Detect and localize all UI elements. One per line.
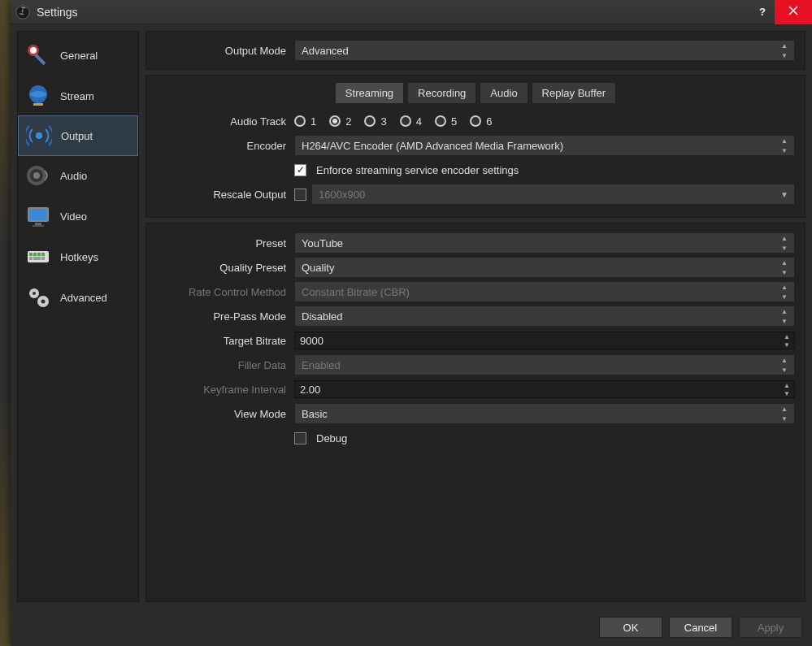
svg-rect-11 xyxy=(29,209,47,220)
audio-track-radio-6[interactable] xyxy=(470,115,481,127)
audio-track-group: 1 2 3 4 5 6 xyxy=(294,115,795,128)
svg-rect-21 xyxy=(41,257,45,260)
sidebar-item-advanced[interactable]: Advanced xyxy=(18,277,138,318)
globe-icon xyxy=(24,82,52,110)
output-mode-value: Advanced xyxy=(302,45,349,57)
svg-point-6 xyxy=(36,132,42,139)
encoder-label: Encoder xyxy=(156,140,294,152)
prepass-label: Pre-Pass Mode xyxy=(156,310,294,323)
sidebar-item-label: Output xyxy=(61,130,93,142)
tab-recording[interactable]: Recording xyxy=(407,82,476,103)
tab-streaming[interactable]: Streaming xyxy=(335,82,404,103)
sidebar-item-audio[interactable]: Audio xyxy=(18,155,138,196)
ok-button[interactable]: OK xyxy=(599,617,662,638)
audio-track-radio-4[interactable] xyxy=(400,115,411,127)
enforce-encoder-checkbox[interactable]: ✓ xyxy=(294,164,306,176)
chevron-up-icon: ▲ xyxy=(778,258,791,267)
audio-track-label: Audio Track xyxy=(156,115,294,128)
cancel-button[interactable]: Cancel xyxy=(669,617,732,638)
quality-preset-select[interactable]: Quality▲▼ xyxy=(294,257,795,278)
tabbar: Streaming Recording Audio Replay Buffer xyxy=(146,76,805,103)
sidebar-item-video[interactable]: Video xyxy=(18,196,138,236)
chevron-up-icon: ▲ xyxy=(778,233,791,243)
audio-track-radio-1[interactable] xyxy=(294,115,306,127)
preset-label: Preset xyxy=(156,237,294,249)
titlebar: Settings ? xyxy=(11,0,812,24)
sidebar-item-hotkeys[interactable]: Hotkeys xyxy=(18,236,138,277)
prepass-select[interactable]: Disabled▲▼ xyxy=(294,306,795,327)
svg-rect-18 xyxy=(41,253,45,256)
chevron-up-icon: ▲ xyxy=(781,332,792,340)
close-button[interactable] xyxy=(775,0,812,24)
target-bitrate-input[interactable]: 9000▲▼ xyxy=(294,332,795,349)
sidebar-item-output[interactable]: Output xyxy=(18,115,138,156)
chevron-up-icon: ▲ xyxy=(778,404,791,414)
gear-wrench-icon xyxy=(24,41,52,69)
chevron-down-icon: ▼ xyxy=(781,340,792,349)
chevron-up-icon: ▲ xyxy=(781,381,792,389)
chevron-down-icon: ▼ xyxy=(778,50,791,60)
sidebar: General Stream Output Audio xyxy=(17,31,139,602)
enforce-encoder-label: Enforce streaming service encoder settin… xyxy=(316,164,519,176)
output-mode-panel: Output Mode Advanced ▲▼ xyxy=(145,31,805,70)
rescale-output-checkbox[interactable] xyxy=(294,189,306,201)
rate-control-select: Constant Bitrate (CBR)▲▼ xyxy=(294,281,795,302)
rate-control-label: Rate Control Method xyxy=(156,286,294,298)
gears-icon xyxy=(24,284,52,311)
settings-dialog: Settings ? General Stream xyxy=(11,0,812,646)
svg-rect-12 xyxy=(35,223,41,225)
svg-point-9 xyxy=(33,172,40,179)
svg-rect-15 xyxy=(29,253,33,256)
sidebar-item-label: General xyxy=(60,50,98,62)
svg-rect-16 xyxy=(33,253,37,256)
sidebar-item-label: Advanced xyxy=(60,292,107,304)
keyframe-interval-label: Keyframe Interval xyxy=(156,384,294,396)
sidebar-item-label: Video xyxy=(60,210,87,223)
sidebar-item-general[interactable]: General xyxy=(18,35,138,76)
tab-replay-buffer[interactable]: Replay Buffer xyxy=(532,82,617,103)
chevron-down-icon: ▼ xyxy=(778,267,791,277)
filler-data-select: Enabled▲▼ xyxy=(294,354,795,375)
target-bitrate-label: Target Bitrate xyxy=(156,335,294,347)
svg-point-25 xyxy=(41,300,46,304)
svg-rect-19 xyxy=(29,257,33,260)
preset-select[interactable]: YouTube▲▼ xyxy=(294,232,795,254)
help-icon: ? xyxy=(759,6,766,18)
chevron-down-icon: ▼ xyxy=(778,243,791,253)
apply-button[interactable]: Apply xyxy=(739,617,802,638)
audio-track-radio-5[interactable] xyxy=(435,115,446,127)
sidebar-item-label: Hotkeys xyxy=(60,251,98,263)
debug-checkbox[interactable] xyxy=(294,432,306,444)
chevron-down-icon: ▼ xyxy=(778,414,791,423)
sidebar-item-label: Stream xyxy=(60,90,94,102)
rescale-output-select[interactable]: 1600x900 ▼ xyxy=(311,184,795,205)
keyframe-interval-input[interactable]: 2.00▲▼ xyxy=(294,380,795,398)
svg-rect-5 xyxy=(33,103,43,106)
svg-rect-2 xyxy=(34,54,46,65)
monitor-icon xyxy=(24,202,52,230)
keyboard-icon xyxy=(24,243,52,271)
chevron-down-icon: ▼ xyxy=(778,145,791,155)
svg-rect-13 xyxy=(33,225,44,227)
output-mode-select[interactable]: Advanced ▲▼ xyxy=(294,40,795,61)
chevron-down-icon: ▼ xyxy=(778,292,791,301)
speaker-icon xyxy=(24,162,52,189)
svg-point-23 xyxy=(33,292,36,295)
encoder-select[interactable]: H264/AVC Encoder (AMD Advanced Media Fra… xyxy=(294,135,795,156)
chevron-up-icon: ▲ xyxy=(778,355,791,365)
audio-track-radio-3[interactable] xyxy=(364,115,376,127)
view-mode-label: View Mode xyxy=(156,408,294,420)
tab-audio[interactable]: Audio xyxy=(480,82,528,103)
sidebar-item-label: Audio xyxy=(60,170,87,182)
audio-track-radio-2[interactable] xyxy=(329,115,341,127)
close-icon xyxy=(788,6,798,18)
rescale-output-label: Rescale Output xyxy=(156,189,294,201)
encoder-settings-panel: Preset YouTube▲▼ Quality Preset Quality▲… xyxy=(145,223,805,602)
view-mode-select[interactable]: Basic▲▼ xyxy=(294,403,795,424)
filler-data-label: Filler Data xyxy=(156,359,294,371)
sidebar-item-stream[interactable]: Stream xyxy=(18,76,138,116)
chevron-down-icon: ▼ xyxy=(778,316,791,326)
help-button[interactable]: ? xyxy=(750,0,775,24)
obs-logo-icon xyxy=(15,5,30,20)
encoder-panel: Streaming Recording Audio Replay Buffer … xyxy=(145,75,805,218)
